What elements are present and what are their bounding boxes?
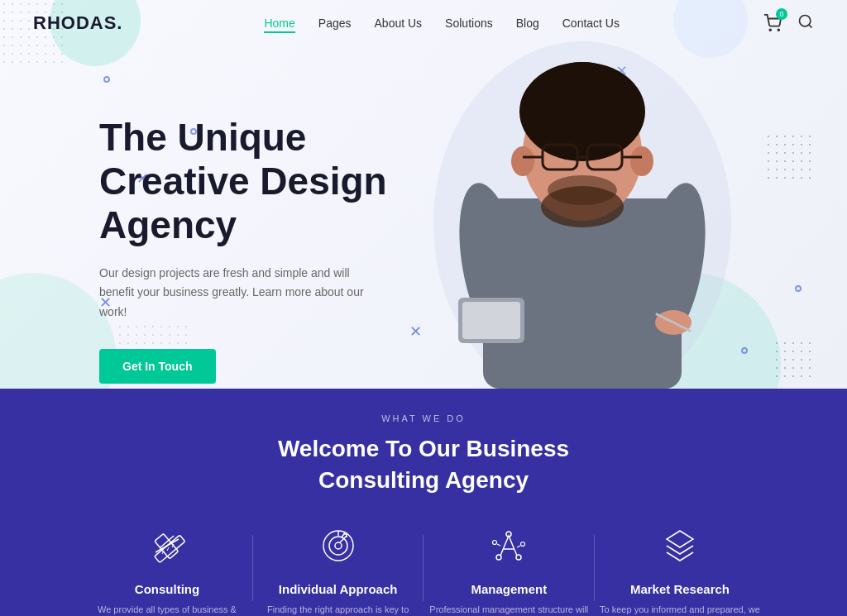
cart-badge: 0 [776, 8, 787, 20]
svg-line-3 [809, 25, 812, 28]
circle-decoration-bl [0, 273, 116, 389]
service-consulting-name: Consulting [135, 582, 199, 596]
cart-button[interactable]: 0 [761, 12, 784, 35]
divider-1 [252, 535, 253, 601]
service-management: Management Professional management struc… [426, 521, 591, 616]
svg-point-12 [630, 146, 653, 176]
get-in-touch-button[interactable]: Get In Touch [99, 349, 216, 384]
svg-line-45 [517, 546, 520, 547]
divider-2 [423, 535, 424, 601]
main-nav: Home Pages About Us Solutions Blog Conta… [264, 16, 620, 31]
hero-person-image [417, 17, 748, 389]
nav-item-about[interactable]: About Us [375, 16, 423, 31]
svg-point-2 [799, 16, 810, 26]
nav-item-home[interactable]: Home [264, 16, 294, 31]
service-management-name: Management [471, 582, 547, 596]
service-individual: Individual Approach Finding the right ap… [256, 521, 421, 616]
dots-decoration-tr [764, 132, 814, 182]
svg-point-42 [516, 555, 521, 560]
services-section: WHAT WE DO Welcome To Our BusinessConsul… [0, 389, 847, 616]
svg-line-37 [342, 532, 345, 537]
service-individual-name: Individual Approach [279, 582, 398, 596]
consulting-icon [142, 521, 192, 571]
service-market-name: Market Research [630, 582, 730, 596]
target-icon [313, 521, 363, 571]
nav-item-pages[interactable]: Pages [318, 16, 352, 31]
section-eyebrow: WHAT WE DO [381, 413, 466, 423]
nav-item-solutions[interactable]: Solutions [445, 16, 493, 31]
hero-section: ✕ ✕ ✕ ✕ [0, 0, 847, 389]
svg-point-10 [537, 62, 628, 128]
circle-mark-1 [103, 76, 110, 83]
svg-point-1 [778, 29, 779, 31]
svg-point-11 [511, 146, 534, 176]
svg-rect-23 [462, 302, 520, 339]
service-individual-desc: Finding the right approach is key to [267, 603, 409, 616]
service-market-desc: To keep you informed and prepared, we [600, 603, 760, 616]
service-consulting: Consulting We provide all types of busin… [84, 521, 250, 616]
management-icon [484, 521, 534, 571]
svg-line-43 [497, 544, 500, 546]
service-consulting-desc: We provide all types of business & [98, 603, 237, 616]
hero-description: Our design projects are fresh and simple… [99, 264, 380, 322]
layers-icon [655, 521, 705, 571]
nav-item-contact[interactable]: Contact Us [562, 16, 620, 31]
svg-line-31 [167, 547, 169, 551]
divider-3 [594, 535, 595, 601]
service-management-desc: Professional management structure will [429, 603, 588, 616]
logo: RHODAS. [33, 12, 122, 34]
svg-point-34 [329, 537, 347, 555]
circle-mark-5 [795, 285, 802, 292]
nav-item-blog[interactable]: Blog [516, 16, 539, 31]
header: RHODAS. Home Pages About Us Solutions Bl… [0, 0, 847, 46]
svg-point-0 [769, 29, 771, 31]
svg-point-35 [335, 542, 342, 549]
header-icons: 0 [761, 12, 814, 35]
service-market: Market Research To keep you informed and… [597, 521, 763, 616]
hero-title: The Unique Creative Design Agency [99, 116, 447, 247]
section-title: Welcome To Our BusinessConsulting Agency [278, 433, 569, 496]
search-button[interactable] [797, 13, 814, 33]
svg-point-46 [521, 542, 525, 546]
services-grid: Consulting We provide all types of busin… [51, 521, 796, 616]
hero-content: The Unique Creative Design Agency Our de… [99, 116, 447, 389]
svg-point-44 [493, 540, 497, 544]
svg-point-41 [496, 555, 501, 560]
svg-marker-47 [667, 531, 693, 547]
svg-point-14 [548, 175, 617, 205]
